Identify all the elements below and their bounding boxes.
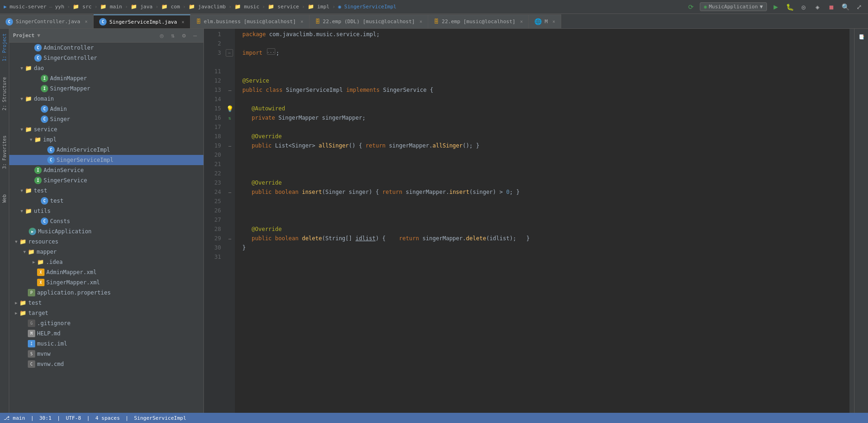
mvnwcmd-icon: C: [28, 360, 35, 368]
code-line-12: @Service: [242, 76, 849, 85]
override-collapse-3[interactable]: –: [228, 236, 231, 241]
testclass-icon: C: [41, 197, 48, 205]
code-line-11: [242, 67, 849, 76]
tree-item-mvnw[interactable]: S mvnw: [9, 349, 203, 359]
tree-item-mapper[interactable]: ▼ 📁 mapper: [9, 247, 203, 257]
web-tab-icon[interactable]: Web: [1, 192, 8, 205]
tab-singercontroller[interactable]: C SingerController.java ×: [0, 14, 94, 28]
code-line-gap: [242, 58, 849, 67]
singer-icon: C: [41, 115, 48, 123]
tree-item-admincontroller[interactable]: C AdminController: [9, 43, 203, 53]
code-editor: 1 2 3 11 12 13 14 15 16 17 18: [204, 29, 854, 413]
run-button[interactable]: ▶: [771, 2, 781, 12]
tree-item-musicapplication[interactable]: ▶ MusicApplication: [9, 226, 203, 237]
tree-item-resources[interactable]: ▼ 📁 resources: [9, 237, 203, 247]
line-numbers: 1 2 3 11 12 13 14 15 16 17 18: [204, 29, 225, 413]
editor-scrollbar[interactable]: [849, 29, 854, 413]
class-collapse-icon[interactable]: –: [228, 87, 232, 93]
tree-item-testclass[interactable]: C test: [9, 196, 203, 206]
tree-item-utils[interactable]: ▼ 📁 utils: [9, 206, 203, 216]
code-line-28: @Override: [242, 224, 849, 234]
tab-icon-singerserviceimpl: C: [99, 18, 107, 26]
sync-icon[interactable]: ⟳: [686, 2, 696, 12]
code-content[interactable]: package com.javaclimb.music.service.impl…: [235, 29, 849, 413]
panel-close-btn[interactable]: –: [190, 31, 200, 40]
search-button[interactable]: 🔍: [840, 2, 850, 12]
tab-m[interactable]: 🌐 M ×: [529, 14, 561, 28]
tree-item-consts[interactable]: C Consts: [9, 216, 203, 226]
code-line-31: [242, 252, 849, 262]
tree-item-musicxml[interactable]: I music.iml: [9, 339, 203, 349]
admin-icon: C: [41, 105, 48, 113]
tree-item-application-props[interactable]: P application.properties: [9, 288, 203, 298]
right-side-panel: 📑: [854, 29, 868, 413]
tree-item-admin[interactable]: C Admin: [9, 104, 203, 114]
helpmd-icon: M: [28, 330, 35, 337]
panel-header: Project ▼ ◎ ⇅ ⚙ –: [9, 29, 203, 43]
code-line-18: @Override: [242, 132, 849, 141]
panel-locate-btn[interactable]: ◎: [157, 31, 166, 40]
tab-singerserviceimpl[interactable]: C SingerServiceImpl.java ×: [94, 14, 190, 28]
tree-item-impl[interactable]: ▼ 📁 impl: [9, 135, 203, 145]
status-class: SingerServiceImpl: [134, 415, 186, 421]
tree-item-service[interactable]: ▼ 📁 service: [9, 124, 203, 135]
tab-elm-business[interactable]: 🗄 elm.business [music@localhost] ×: [190, 14, 310, 28]
override-collapse-1[interactable]: –: [228, 143, 231, 148]
title-breadcrumb: ▶ music-server – yyh › 📁 src › 📁 main › …: [4, 4, 396, 10]
tree-item-idea[interactable]: ▶ 📁 .idea: [9, 257, 203, 267]
favorites-tab-icon[interactable]: 3: Favorites: [1, 133, 8, 172]
tree-item-adminservice[interactable]: I AdminService: [9, 165, 203, 175]
tab-22emp[interactable]: 🗄 22.emp [music@localhost] ×: [428, 14, 529, 28]
tree-item-domain[interactable]: ▼ 📁 domain: [9, 94, 203, 104]
stop-button[interactable]: ■: [826, 2, 836, 12]
import-collapse-icon[interactable]: –: [226, 49, 233, 57]
tree-item-test-root[interactable]: ▶ 📁 test: [9, 298, 203, 308]
code-line-27: [242, 215, 849, 224]
expand-button[interactable]: ⤢: [854, 2, 864, 12]
tree-item-mvnwcmd[interactable]: C mvnw.cmd: [9, 359, 203, 369]
mapper-link-icon[interactable]: ⇅: [228, 115, 231, 121]
autowired-bulb-icon[interactable]: 💡: [226, 105, 234, 112]
tree-item-gitignore[interactable]: G .gitignore: [9, 318, 203, 328]
code-line-26: [242, 206, 849, 215]
code-line-15: @Autowired: [242, 104, 849, 113]
tree-item-target[interactable]: ▶ 📁 target: [9, 308, 203, 318]
tree-item-helpmd[interactable]: M HELP.md: [9, 328, 203, 339]
debug-button[interactable]: 🐛: [785, 2, 795, 12]
singercontroller-icon: C: [34, 54, 42, 62]
tree-item-singer[interactable]: C Singer: [9, 114, 203, 124]
status-separator4: |: [126, 415, 129, 421]
gitignore-icon: G: [28, 320, 35, 327]
panel-title: Project ▼: [13, 32, 40, 38]
tab-22emp-ddl[interactable]: 🗄 22.emp (DDL) [music@localhost] ×: [310, 14, 429, 28]
tree-item-singerservice[interactable]: I SingerService: [9, 175, 203, 186]
code-line-21: [242, 160, 849, 169]
impl-folder-icon: 📁: [34, 136, 41, 143]
tree-item-singermapper-xml[interactable]: X SingerMapper.xml: [9, 277, 203, 288]
singermapper-icon: I: [41, 85, 48, 92]
code-line-19: public List<Singer> allSinger() { return…: [242, 141, 849, 150]
panel-expand-btn[interactable]: ⇅: [168, 31, 177, 40]
gutter-icons: – – 💡: [225, 29, 235, 413]
title-src: 📁 src: [73, 4, 92, 10]
structure-tab-icon[interactable]: 2: Structure: [1, 74, 8, 113]
coverage-button[interactable]: ◎: [798, 2, 809, 12]
right-bookmarks-icon[interactable]: 📑: [855, 31, 868, 43]
tree-item-adminmapper-xml[interactable]: X AdminMapper.xml: [9, 267, 203, 277]
project-tab-icon[interactable]: 1: Project: [1, 31, 8, 64]
tree-item-dao[interactable]: ▼ 📁 dao: [9, 63, 203, 73]
file-tree: C AdminController C SingerController ▼ 📁…: [9, 43, 203, 413]
panel-settings-btn[interactable]: ⚙: [179, 31, 189, 40]
tree-item-adminmapper[interactable]: I AdminMapper: [9, 73, 203, 83]
project-icon: ▶: [4, 4, 7, 10]
override-collapse-2[interactable]: –: [228, 190, 231, 195]
run-config[interactable]: ◉ MusicApplication ▼: [700, 2, 767, 11]
tree-item-singercontroller[interactable]: C SingerController: [9, 53, 203, 63]
tree-item-adminserviceimpl[interactable]: C AdminServiceImpl: [9, 145, 203, 155]
status-separator3: |: [87, 415, 90, 421]
tree-item-test[interactable]: ▼ 📁 test: [9, 186, 203, 196]
tree-item-singerserviceimpl[interactable]: C SingerServiceImpl: [9, 155, 203, 165]
tree-item-singermapper[interactable]: I SingerMapper: [9, 83, 203, 94]
status-indent: 4 spaces: [95, 415, 120, 421]
profile-button[interactable]: ◈: [812, 2, 823, 12]
